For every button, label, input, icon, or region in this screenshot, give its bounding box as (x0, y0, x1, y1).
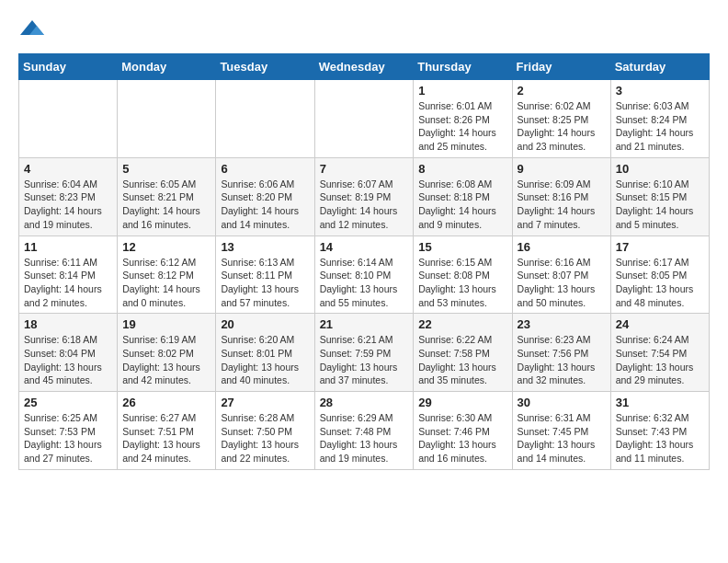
day-info: Sunrise: 6:32 AM Sunset: 7:43 PM Dayligh… (616, 411, 704, 465)
weekday-header-tuesday: Tuesday (216, 54, 314, 80)
calendar-cell: 26Sunrise: 6:27 AM Sunset: 7:51 PM Dayli… (118, 392, 216, 470)
calendar-cell: 12Sunrise: 6:12 AM Sunset: 8:12 PM Dayli… (118, 236, 216, 314)
day-info: Sunrise: 6:21 AM Sunset: 7:59 PM Dayligh… (320, 333, 409, 387)
calendar-cell: 14Sunrise: 6:14 AM Sunset: 8:10 PM Dayli… (314, 236, 414, 314)
day-number: 16 (518, 240, 606, 254)
calendar-cell: 3Sunrise: 6:03 AM Sunset: 8:24 PM Daylig… (610, 80, 709, 158)
calendar-cell: 30Sunrise: 6:31 AM Sunset: 7:45 PM Dayli… (512, 392, 610, 470)
calendar-cell: 20Sunrise: 6:20 AM Sunset: 8:01 PM Dayli… (216, 314, 314, 392)
day-info: Sunrise: 6:15 AM Sunset: 8:08 PM Dayligh… (418, 256, 506, 310)
day-info: Sunrise: 6:24 AM Sunset: 7:54 PM Dayligh… (616, 333, 704, 387)
day-number: 26 (122, 396, 210, 409)
day-info: Sunrise: 6:12 AM Sunset: 8:12 PM Dayligh… (122, 256, 210, 310)
day-number: 14 (320, 240, 409, 254)
calendar-cell: 5Sunrise: 6:05 AM Sunset: 8:21 PM Daylig… (118, 157, 216, 236)
day-number: 4 (24, 162, 112, 176)
day-info: Sunrise: 6:05 AM Sunset: 8:21 PM Dayligh… (122, 178, 210, 232)
calendar-cell: 4Sunrise: 6:04 AM Sunset: 8:23 PM Daylig… (19, 157, 118, 236)
day-info: Sunrise: 6:08 AM Sunset: 8:18 PM Dayligh… (418, 178, 506, 232)
logo (18, 18, 50, 39)
day-number: 21 (320, 317, 409, 331)
day-number: 3 (616, 84, 704, 98)
day-info: Sunrise: 6:19 AM Sunset: 8:02 PM Dayligh… (122, 333, 210, 387)
calendar-cell: 21Sunrise: 6:21 AM Sunset: 7:59 PM Dayli… (314, 314, 414, 392)
day-info: Sunrise: 6:23 AM Sunset: 7:56 PM Dayligh… (518, 333, 606, 387)
day-number: 30 (518, 396, 606, 409)
day-number: 6 (221, 162, 309, 176)
day-number: 17 (616, 240, 704, 254)
day-number: 5 (122, 162, 210, 176)
day-number: 18 (24, 317, 112, 331)
calendar-cell: 29Sunrise: 6:30 AM Sunset: 7:46 PM Dayli… (414, 392, 512, 470)
day-info: Sunrise: 6:16 AM Sunset: 8:07 PM Dayligh… (518, 256, 606, 310)
day-info: Sunrise: 6:04 AM Sunset: 8:23 PM Dayligh… (24, 178, 112, 232)
day-info: Sunrise: 6:07 AM Sunset: 8:19 PM Dayligh… (320, 178, 409, 232)
weekday-header-thursday: Thursday (414, 54, 512, 80)
calendar-cell (216, 80, 314, 158)
day-number: 8 (418, 162, 506, 176)
day-number: 29 (418, 396, 506, 409)
day-number: 23 (518, 317, 606, 331)
calendar-cell: 31Sunrise: 6:32 AM Sunset: 7:43 PM Dayli… (610, 392, 709, 470)
day-number: 31 (616, 396, 704, 409)
calendar-cell: 18Sunrise: 6:18 AM Sunset: 8:04 PM Dayli… (19, 314, 118, 392)
calendar-cell: 7Sunrise: 6:07 AM Sunset: 8:19 PM Daylig… (314, 157, 414, 236)
day-number: 25 (24, 396, 112, 409)
day-number: 1 (418, 84, 506, 98)
day-number: 19 (122, 317, 210, 331)
calendar-cell: 16Sunrise: 6:16 AM Sunset: 8:07 PM Dayli… (512, 236, 610, 314)
day-info: Sunrise: 6:14 AM Sunset: 8:10 PM Dayligh… (320, 256, 409, 310)
day-info: Sunrise: 6:10 AM Sunset: 8:15 PM Dayligh… (616, 178, 704, 232)
day-info: Sunrise: 6:13 AM Sunset: 8:11 PM Dayligh… (221, 256, 309, 310)
day-number: 15 (418, 240, 506, 254)
calendar-cell: 24Sunrise: 6:24 AM Sunset: 7:54 PM Dayli… (610, 314, 709, 392)
day-number: 2 (518, 84, 606, 98)
calendar-week-1: 1Sunrise: 6:01 AM Sunset: 8:26 PM Daylig… (19, 80, 710, 158)
weekday-header-friday: Friday (512, 54, 610, 80)
calendar-cell: 27Sunrise: 6:28 AM Sunset: 7:50 PM Dayli… (216, 392, 314, 470)
day-number: 9 (518, 162, 606, 176)
day-info: Sunrise: 6:17 AM Sunset: 8:05 PM Dayligh… (616, 256, 704, 310)
day-number: 27 (221, 396, 309, 409)
calendar-cell: 6Sunrise: 6:06 AM Sunset: 8:20 PM Daylig… (216, 157, 314, 236)
day-info: Sunrise: 6:28 AM Sunset: 7:50 PM Dayligh… (221, 411, 309, 465)
day-info: Sunrise: 6:30 AM Sunset: 7:46 PM Dayligh… (418, 411, 506, 465)
calendar-cell: 13Sunrise: 6:13 AM Sunset: 8:11 PM Dayli… (216, 236, 314, 314)
day-number: 11 (24, 240, 112, 254)
weekday-header-saturday: Saturday (610, 54, 709, 80)
calendar-cell: 28Sunrise: 6:29 AM Sunset: 7:48 PM Dayli… (314, 392, 414, 470)
day-number: 7 (320, 162, 409, 176)
calendar-cell: 22Sunrise: 6:22 AM Sunset: 7:58 PM Dayli… (414, 314, 512, 392)
day-info: Sunrise: 6:25 AM Sunset: 7:53 PM Dayligh… (24, 411, 112, 465)
calendar-cell: 10Sunrise: 6:10 AM Sunset: 8:15 PM Dayli… (610, 157, 709, 236)
weekday-header-row: SundayMondayTuesdayWednesdayThursdayFrid… (19, 54, 710, 80)
page-header (18, 18, 710, 39)
day-info: Sunrise: 6:02 AM Sunset: 8:25 PM Dayligh… (518, 99, 606, 154)
calendar-cell: 17Sunrise: 6:17 AM Sunset: 8:05 PM Dayli… (610, 236, 709, 314)
day-info: Sunrise: 6:11 AM Sunset: 8:14 PM Dayligh… (24, 256, 112, 310)
logo-icon (18, 18, 46, 39)
calendar-week-3: 11Sunrise: 6:11 AM Sunset: 8:14 PM Dayli… (19, 236, 710, 314)
calendar-cell: 25Sunrise: 6:25 AM Sunset: 7:53 PM Dayli… (19, 392, 118, 470)
calendar-week-2: 4Sunrise: 6:04 AM Sunset: 8:23 PM Daylig… (19, 157, 710, 236)
calendar-cell: 9Sunrise: 6:09 AM Sunset: 8:16 PM Daylig… (512, 157, 610, 236)
calendar-cell: 23Sunrise: 6:23 AM Sunset: 7:56 PM Dayli… (512, 314, 610, 392)
calendar-cell: 11Sunrise: 6:11 AM Sunset: 8:14 PM Dayli… (19, 236, 118, 314)
day-number: 10 (616, 162, 704, 176)
day-info: Sunrise: 6:31 AM Sunset: 7:45 PM Dayligh… (518, 411, 606, 465)
calendar-cell: 2Sunrise: 6:02 AM Sunset: 8:25 PM Daylig… (512, 80, 610, 158)
day-info: Sunrise: 6:20 AM Sunset: 8:01 PM Dayligh… (221, 333, 309, 387)
calendar-week-5: 25Sunrise: 6:25 AM Sunset: 7:53 PM Dayli… (19, 392, 710, 470)
day-number: 12 (122, 240, 210, 254)
calendar-cell (19, 80, 118, 158)
day-info: Sunrise: 6:01 AM Sunset: 8:26 PM Dayligh… (418, 99, 506, 154)
calendar-cell (314, 80, 414, 158)
day-number: 24 (616, 317, 704, 331)
calendar-week-4: 18Sunrise: 6:18 AM Sunset: 8:04 PM Dayli… (19, 314, 710, 392)
calendar-cell: 8Sunrise: 6:08 AM Sunset: 8:18 PM Daylig… (414, 157, 512, 236)
day-number: 22 (418, 317, 506, 331)
calendar-cell: 1Sunrise: 6:01 AM Sunset: 8:26 PM Daylig… (414, 80, 512, 158)
day-info: Sunrise: 6:18 AM Sunset: 8:04 PM Dayligh… (24, 333, 112, 387)
weekday-header-sunday: Sunday (19, 54, 118, 80)
day-number: 28 (320, 396, 409, 409)
